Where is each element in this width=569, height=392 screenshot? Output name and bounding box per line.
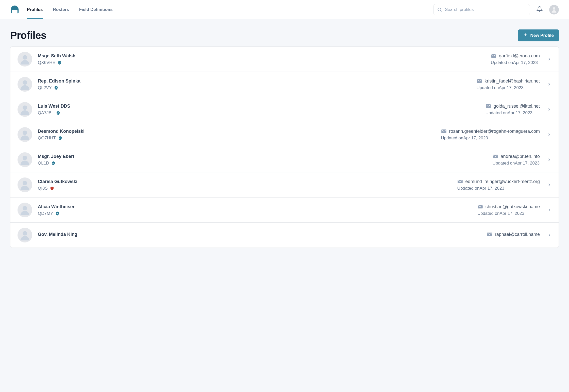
search-icon [437, 7, 442, 12]
svg-point-7 [23, 80, 27, 85]
mail-icon [477, 79, 482, 83]
profile-code: QI8S [38, 186, 48, 191]
svg-rect-16 [52, 187, 52, 189]
profile-row[interactable]: Luis West DDS QA7JBL golda_russel@littel… [10, 97, 559, 122]
updated-prefix: Updated on [477, 85, 499, 90]
updated-date: Apr 17, 2023 [513, 60, 538, 65]
new-profile-button[interactable]: New Profile [518, 29, 559, 41]
shield-check-icon [56, 111, 60, 115]
chevron-right-icon [547, 208, 551, 212]
profile-code-line: QL2VY [38, 85, 477, 90]
chevron-right-icon [547, 233, 551, 237]
profile-info: christian@gutkowski.name Updated onApr 1… [477, 204, 540, 216]
profile-email: kristin_fadel@bashirian.net [485, 78, 540, 84]
profile-info: garfield@crona.com Updated onApr 17, 202… [491, 53, 540, 65]
svg-rect-17 [52, 189, 52, 189]
svg-point-0 [438, 8, 441, 11]
profile-right: raphael@carroll.name [487, 232, 551, 239]
shield-check-icon [58, 136, 62, 140]
profile-row[interactable]: Alicia Wintheiser QD7MY christian@gutkow… [10, 198, 559, 223]
mail-icon [477, 205, 483, 209]
bell-icon [537, 6, 543, 13]
profile-avatar [18, 77, 32, 92]
shield-warning-icon [50, 186, 54, 191]
mail-icon [487, 232, 492, 236]
profile-email-line: golda_russel@littel.net [486, 104, 540, 109]
chevron-right-icon [547, 57, 551, 61]
account-avatar[interactable] [549, 5, 559, 14]
profile-left: Msgr. Joey Ebert QL1D [38, 154, 493, 166]
profile-row[interactable]: Msgr. Seth Walsh QX6VHE garfield@crona.c… [10, 47, 559, 72]
profile-left: Alicia Wintheiser QD7MY [38, 204, 477, 216]
profile-row[interactable]: Desmond Konopelski QQ7HHT rosann.greenfe… [10, 122, 559, 147]
profile-code-line: QX6VHE [38, 60, 491, 65]
profile-row[interactable]: Rep. Edison Spinka QL2VY kristin_fadel@b… [10, 72, 559, 97]
profile-updated: Updated onApr 17, 2023 [486, 110, 540, 116]
svg-rect-18 [458, 180, 463, 183]
shield-check-icon [55, 211, 60, 216]
profile-email-line: garfield@crona.com [491, 53, 540, 59]
profile-row[interactable]: Msgr. Joey Ebert QL1D andrea@bruen.info … [10, 147, 559, 172]
page-header: Profiles New Profile [10, 29, 559, 41]
mail-icon [491, 54, 496, 58]
svg-point-2 [553, 7, 555, 9]
search-input[interactable] [433, 4, 530, 15]
profile-code: QD7MY [38, 211, 53, 216]
nav-profiles[interactable]: Profiles [27, 0, 43, 19]
notifications-button[interactable] [535, 5, 544, 14]
main-nav: Profiles Rosters Field Definitions [27, 0, 113, 19]
mail-icon [493, 154, 498, 158]
profile-left: Clarisa Gutkowski QI8S [38, 179, 457, 191]
svg-point-9 [23, 105, 27, 110]
updated-date: Apr 17, 2023 [515, 161, 540, 166]
profile-email: christian@gutkowski.name [486, 204, 540, 209]
search-wrap [433, 4, 530, 15]
updated-date: Apr 17, 2023 [480, 186, 504, 191]
profile-code-line: QA7JBL [38, 110, 486, 116]
profile-code: QL2VY [38, 85, 52, 90]
chevron-right-icon [547, 107, 551, 112]
updated-date: Apr 17, 2023 [463, 136, 488, 140]
svg-point-11 [23, 130, 27, 135]
profile-list: Msgr. Seth Walsh QX6VHE garfield@crona.c… [10, 46, 559, 248]
chevron-right-icon [547, 132, 551, 137]
profile-name: Gov. Melinda King [38, 232, 487, 237]
profile-left: Rep. Edison Spinka QL2VY [38, 78, 477, 90]
svg-rect-6 [491, 54, 496, 58]
profile-avatar [18, 152, 32, 167]
profile-email: edmund_reinger@wuckert-mertz.org [465, 179, 540, 184]
header-right [433, 4, 559, 15]
svg-point-19 [23, 206, 27, 210]
updated-prefix: Updated on [486, 110, 508, 115]
profile-email: garfield@crona.com [499, 53, 540, 59]
nav-rosters[interactable]: Rosters [53, 0, 69, 19]
profile-left: Desmond Konopelski QQ7HHT [38, 129, 441, 141]
profile-info: edmund_reinger@wuckert-mertz.org Updated… [457, 179, 540, 191]
profile-avatar [18, 102, 32, 117]
profile-row[interactable]: Gov. Melinda King raphael@carroll.name [10, 223, 559, 248]
profile-updated: Updated onApr 17, 2023 [457, 186, 540, 191]
profile-row[interactable]: Clarisa Gutkowski QI8S edmund_reinger@wu… [10, 172, 559, 198]
profile-left: Luis West DDS QA7JBL [38, 104, 486, 116]
updated-prefix: Updated on [493, 161, 515, 166]
header: Profiles Rosters Field Definitions [0, 0, 569, 19]
profile-info: kristin_fadel@bashirian.net Updated onAp… [477, 78, 540, 90]
profile-right: golda_russel@littel.net Updated onApr 17… [486, 104, 551, 116]
nav-field-definitions[interactable]: Field Definitions [79, 0, 113, 19]
profile-code: QA7JBL [38, 110, 54, 116]
shield-check-icon [57, 60, 62, 65]
mail-icon [457, 179, 463, 184]
updated-prefix: Updated on [477, 211, 500, 216]
app-logo[interactable] [10, 5, 19, 14]
shield-check-icon [54, 86, 58, 90]
shield-check-icon [51, 161, 56, 166]
profile-info: rosann.greenfelder@rogahn-romaguera.com … [441, 129, 540, 141]
profile-email: andrea@bruen.info [501, 154, 540, 159]
profile-right: edmund_reinger@wuckert-mertz.org Updated… [457, 179, 551, 191]
profile-updated: Updated onApr 17, 2023 [491, 60, 540, 65]
chevron-right-icon [547, 157, 551, 162]
profile-code-line: QD7MY [38, 211, 477, 216]
profile-left: Gov. Melinda King [38, 232, 487, 239]
chevron-right-icon [547, 82, 551, 87]
profile-email: golda_russel@littel.net [494, 104, 540, 109]
